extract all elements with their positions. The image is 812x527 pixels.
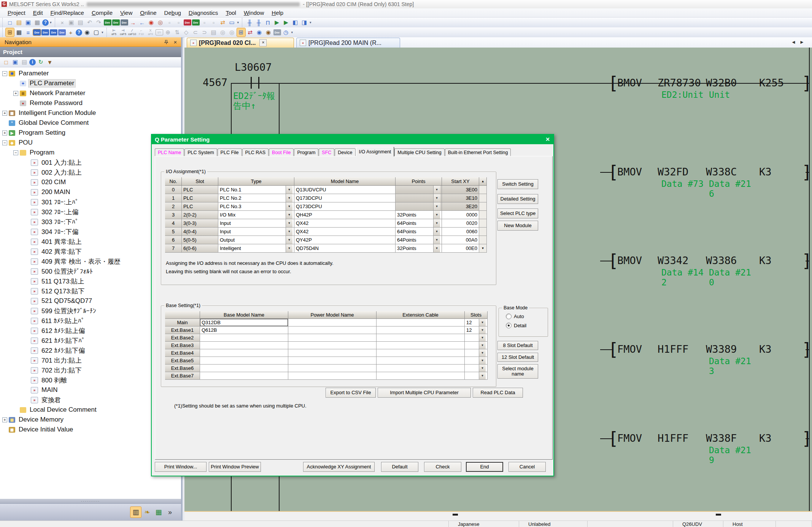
menu-diagnostics[interactable]: Diagnostics (185, 10, 222, 16)
data-transfer-icon[interactable]: ⇄ (219, 18, 227, 27)
base-cell-power[interactable] (288, 319, 377, 326)
menu-tool[interactable]: Tool (222, 10, 240, 16)
dialog-tab-plc-system[interactable]: PLC System (184, 148, 217, 156)
io-cell-model[interactable]: QH42P (294, 211, 396, 219)
check-button[interactable]: Check (424, 462, 461, 472)
base-cell-model[interactable]: Q312DB (200, 319, 288, 326)
edge-conversion-icon[interactable]: ⊕ (164, 28, 172, 37)
io-cell-model[interactable]: Q173DCPU (294, 194, 396, 202)
dropdown-arrow-icon[interactable]: ▼ (286, 211, 292, 219)
dropdown-arrow-icon[interactable]: ▼ (433, 228, 440, 236)
pin-icon[interactable] (163, 39, 170, 45)
new-project-icon[interactable]: □ (6, 18, 14, 27)
scrollbar-track[interactable] (479, 194, 487, 202)
base-cell-model[interactable] (200, 372, 288, 380)
monitor-pause-icon[interactable]: ▫ (165, 18, 174, 27)
dropdown-arrow-icon[interactable]: ▼ (433, 186, 440, 194)
menu-findreplace[interactable]: Find/Replace (47, 10, 88, 16)
wire-mode-icon[interactable]: ⊞ (237, 28, 245, 37)
program-verify-icon[interactable]: ❧ (142, 507, 153, 517)
tree-expander-icon[interactable]: + (13, 91, 18, 96)
find-binoculars-icon[interactable]: ◉ (83, 28, 91, 37)
save-project-icon[interactable]: ▣ (24, 18, 32, 27)
base-table-row[interactable]: Ext.Base6▼ (165, 365, 488, 372)
device-structure-view-icon[interactable]: Dev (50, 29, 57, 35)
scroll-down-icon[interactable]: ▼ (479, 244, 487, 253)
io-cell-model[interactable]: Q173DCPU (294, 202, 396, 211)
tree-expander-icon[interactable]: − (13, 150, 18, 155)
base-cell-slots[interactable]: ▼ (465, 365, 488, 372)
base-table-row[interactable]: Ext.Base2▼ (165, 334, 488, 342)
io-cell-type[interactable]: Intelligent▼ (218, 244, 294, 253)
device-watch-icon[interactable]: Dev (58, 29, 66, 35)
statement-icon[interactable]: ▤ (210, 28, 218, 37)
base-cell-cable[interactable] (377, 334, 465, 342)
write-to-plc-icon[interactable]: → (129, 18, 137, 27)
tab-close-icon[interactable]: × (259, 39, 267, 46)
io-cell-model[interactable]: Q13UDVCPU (294, 186, 396, 194)
io-cell-no[interactable]: 2 (165, 202, 182, 211)
tree-expander-icon[interactable]: − (2, 140, 7, 145)
cut-icon[interactable]: × (58, 18, 67, 27)
menu-debug[interactable]: Debug (160, 10, 185, 16)
sort-device-icon[interactable]: ▼ (46, 58, 54, 66)
delete-line-icon[interactable]: XaF9 (146, 28, 155, 37)
new-data-icon[interactable]: □ (2, 58, 10, 66)
io-cell-slot[interactable]: 5(0-5) (182, 236, 218, 244)
io-cell-slot[interactable]: PLC (182, 202, 218, 211)
io-table-row[interactable]: 32(0-2)I/O Mix▼QH42P32Points▼0000 (165, 211, 487, 219)
io-cell-slot[interactable]: 4(0-4) (182, 228, 218, 236)
dialog-tab-plc-ras[interactable]: PLC RAS (242, 148, 269, 156)
io-table-row[interactable]: 1PLCPLC No.2▼Q173DCPU▼3E10 (165, 194, 487, 202)
io-cell-type[interactable]: PLC No.2▼ (218, 194, 294, 202)
io-cell-no[interactable]: 4 (165, 219, 182, 228)
dropdown-arrow-icon[interactable]: ▼ (479, 372, 486, 379)
paste-data-icon[interactable]: ▤ (20, 58, 29, 66)
menu-project[interactable]: Project (4, 10, 29, 16)
io-cell-points[interactable]: 64Points▼ (396, 236, 442, 244)
dropdown-arrow-icon[interactable]: ▼ (433, 219, 440, 227)
base-cell-model[interactable]: Q612B (200, 326, 288, 334)
wire-edit-icon[interactable]: ⇄ (246, 28, 254, 37)
print-icon[interactable]: ▦ (33, 18, 41, 27)
copy-icon[interactable]: ▣ (67, 18, 76, 27)
status-latch-icon[interactable]: ▫ (210, 18, 218, 27)
io-cell-type[interactable]: PLC No.1▼ (218, 186, 294, 194)
monitor-step-icon[interactable]: ▫ (175, 18, 183, 27)
io-cell-startxy[interactable]: 0000 (442, 211, 479, 219)
dialog-tab-program[interactable]: Program (294, 148, 318, 156)
dropdown-arrow-icon[interactable]: ▼ (433, 244, 440, 252)
dropdown-arrow-icon[interactable]: ▼ (433, 194, 440, 202)
connection-destination-icon[interactable]: ▦ (153, 507, 164, 517)
tab-scroll-right-icon[interactable]: ► (799, 39, 804, 45)
tree-expander-icon[interactable]: + (2, 417, 7, 422)
io-cell-type[interactable]: Input▼ (218, 219, 294, 228)
base-table-row[interactable]: MainQ312DB12▼ (165, 319, 488, 326)
refresh-view-icon[interactable]: ↻ (37, 58, 45, 66)
scroll-up-icon[interactable]: ▲ (479, 177, 487, 186)
io-table-row[interactable]: 43(0-3)Input▼QX4264Points▼0020 (165, 219, 487, 228)
document-tab-1[interactable]: »[PRG]Read 020 CI...× (187, 38, 294, 48)
base-cell-cable[interactable] (377, 319, 465, 326)
dropdown-arrow-icon[interactable]: ▼ (479, 342, 486, 349)
help-icon[interactable]: ? (42, 19, 49, 26)
dialog-tab-sfc[interactable]: SFC (319, 148, 334, 156)
io-cell-points[interactable]: 32Points▼ (396, 211, 442, 219)
io-table-row[interactable]: 76(0-6)Intelligent▼QD75D4N32Points▼00E0▼ (165, 244, 487, 253)
dropdown-arrow-icon[interactable]: ▼ (479, 334, 486, 341)
scrollbar-track[interactable] (479, 211, 487, 219)
tree-item[interactable]: −✱Parameter (0, 68, 181, 78)
copy-data-icon[interactable]: ▣ (11, 58, 19, 66)
dropdown-arrow-icon[interactable]: ▼ (286, 236, 292, 244)
new-module-button[interactable]: New Module (497, 221, 538, 231)
data-property-icon[interactable]: i (29, 59, 36, 65)
cancel-button[interactable]: Cancel (508, 462, 546, 472)
base-cell-cable[interactable] (377, 326, 465, 334)
document-find-icon[interactable]: ▢ (92, 28, 100, 37)
io-cell-no[interactable]: 6 (165, 236, 182, 244)
io-cell-no[interactable]: 7 (165, 244, 182, 253)
io-cell-no[interactable]: 3 (165, 211, 182, 219)
device-display-all-icon[interactable]: Dev (112, 19, 120, 25)
dropdown-arrow-icon[interactable]: ▼ (286, 186, 292, 194)
dropdown-arrow-icon[interactable]: ▼ (286, 228, 292, 236)
